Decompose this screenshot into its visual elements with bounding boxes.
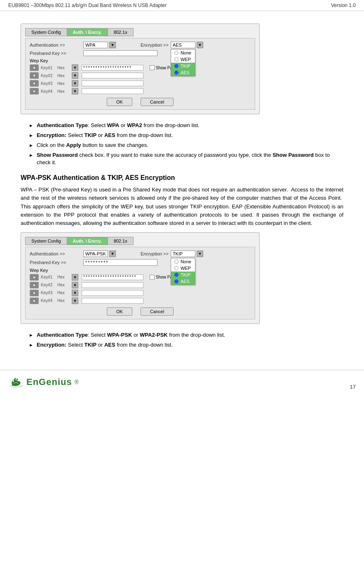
tab-8021x-2[interactable]: 802.1x [108, 237, 134, 245]
key-arrow-4-1[interactable]: ▼ [72, 88, 78, 94]
enc-option-wep-2[interactable]: WEP [171, 265, 195, 272]
key-label-1-2: Key#1 [41, 275, 55, 279]
bullet-text-1-2: Encryption: Select TKIP or AES from the … [37, 132, 173, 139]
bullet-item-1-1: ► Authentication Type: Select WPA or WPA… [29, 122, 343, 130]
key-input-3-2[interactable] [82, 290, 143, 296]
key-row-4-1: ● Key#4 Hex ▼ [30, 88, 251, 94]
enc-option-tkip-2[interactable]: TKIP [171, 272, 195, 278]
auth-dropdown-arrow-2[interactable]: ▼ [109, 250, 116, 257]
enc-dropdown-container-1: AES ▼ None WEP [171, 42, 203, 48]
preshared-input-1[interactable] [83, 50, 157, 56]
show-password-checkbox-1[interactable] [150, 65, 155, 70]
enc-value-1[interactable]: AES [171, 42, 195, 48]
key-radio-4-2[interactable]: ● [30, 298, 39, 304]
tab-system-config-2[interactable]: System Config [25, 237, 67, 245]
enc-label-2: Encryption >> [141, 251, 169, 256]
bullet-text-2-1: Authentication Type: Select WPA-PSK or W… [37, 331, 225, 339]
enc-option-tkip-1[interactable]: TKIP [171, 63, 195, 69]
wep-section-1: Wep Key ● Key#1 Hex ▼ ******************… [30, 58, 251, 94]
key-arrow-3-2[interactable]: ▼ [72, 290, 78, 296]
tab-auth-encry-1[interactable]: Auth. \ Encry. [67, 28, 108, 36]
tab-bar-1: System Config Auth. \ Encry. 802.1x [25, 28, 255, 36]
key-arrow-1-1[interactable]: ▼ [72, 64, 78, 71]
key-label-2-1: Key#2 [41, 73, 55, 78]
key-radio-4-1[interactable]: ● [30, 88, 39, 94]
tab-8021x-1[interactable]: 802.1x [108, 28, 134, 36]
auth-row-1: Authentication >> WPA ▼ Encryption >> AE… [30, 42, 251, 48]
enc-option-tkip-label-2: TKIP [181, 272, 190, 277]
key-input-1-1[interactable]: ******************** [82, 65, 143, 71]
preshared-input-2[interactable]: ********* [83, 259, 157, 266]
enc-label-1: Encryption >> [141, 43, 169, 47]
key-label-4-1: Key#4 [41, 89, 55, 94]
tab-auth-encry-2[interactable]: Auth. \ Encry. [67, 237, 108, 245]
enc-option-aes-1[interactable]: AES [171, 69, 195, 76]
key-format-1-1: Hex [57, 66, 70, 70]
bullet-arrow-2-2: ► [29, 342, 33, 349]
btn-row-1: OK Cancel [30, 98, 251, 106]
ok-button-2[interactable]: OK [107, 307, 132, 316]
key-input-3-1[interactable] [82, 80, 143, 86]
key-format-4-2: Hex [57, 298, 70, 303]
auth-label-1: Authentication >> [30, 43, 83, 47]
auth-label-2: Authentication >> [30, 251, 83, 256]
enc-dropdown-menu-2: None WEP TKIP AES [171, 258, 195, 285]
auth-value-2[interactable]: WPA-PSK [83, 250, 108, 257]
bullet-arrow-1-1: ► [29, 123, 33, 130]
enc-option-tkip-label-1: TKIP [181, 64, 190, 68]
auth-value-1[interactable]: WPA [83, 42, 108, 48]
form-area-2: Authentication >> WPA-PSK ▼ Encryption >… [25, 247, 255, 319]
key-format-2-2: Hex [57, 283, 70, 287]
cancel-button-1[interactable]: Cancel [141, 98, 174, 106]
auth-dropdown-arrow-1[interactable]: ▼ [109, 42, 116, 48]
enc-dropdown-container-2: TKIP ▼ None WEP [171, 250, 203, 257]
radio-wep-2 [174, 266, 178, 270]
key-row-1-2: ● Key#1 Hex ▼ ********************** Sho… [30, 274, 251, 281]
ok-button-1[interactable]: OK [107, 98, 132, 106]
key-arrow-2-1[interactable]: ▼ [72, 72, 78, 79]
key-arrow-4-2[interactable]: ▼ [72, 298, 78, 304]
key-input-2-1[interactable] [82, 73, 143, 78]
key-radio-2-1[interactable]: ● [30, 72, 39, 79]
bullet-arrow-1-2: ► [29, 132, 33, 139]
key-input-4-1[interactable] [82, 88, 143, 94]
enc-option-none-label-1: None [181, 50, 191, 55]
key-arrow-1-2[interactable]: ▼ [72, 274, 78, 281]
key-radio-3-2[interactable]: ● [30, 290, 39, 296]
key-arrow-3-1[interactable]: ▼ [72, 80, 78, 87]
cancel-button-2[interactable]: Cancel [141, 307, 174, 316]
tab-system-config-1[interactable]: System Config [25, 28, 67, 36]
btn-row-2: OK Cancel [30, 307, 251, 316]
key-input-1-2[interactable]: ********************** [82, 274, 143, 280]
enc-option-none-2[interactable]: None [171, 258, 195, 265]
bullet-item-1-3: ► Click on the Apply button to save the … [29, 142, 343, 149]
bullet-item-2-1: ► Authentication Type: Select WPA-PSK or… [29, 331, 343, 339]
enc-option-aes-label-1: AES [181, 70, 190, 75]
key-radio-2-2[interactable]: ● [30, 282, 39, 288]
engenius-logo-icon [8, 374, 24, 390]
key-row-1-1: ● Key#1 Hex ▼ ******************** Show … [30, 64, 251, 71]
enc-dropdown-arrow-2[interactable]: ▼ [197, 250, 203, 257]
key-format-1-2: Hex [57, 275, 70, 279]
enc-option-aes-2[interactable]: AES [171, 278, 195, 285]
show-password-checkbox-2[interactable] [150, 275, 155, 280]
key-input-2-2[interactable] [82, 282, 143, 288]
key-radio-3-1[interactable]: ● [30, 80, 39, 87]
bullet-text-1-3: Click on the Apply button to save the ch… [37, 142, 148, 149]
bullet-list-1: ► Authentication Type: Select WPA or WPA… [29, 122, 343, 167]
enc-value-2[interactable]: TKIP [171, 250, 195, 257]
enc-dropdown-arrow-1[interactable]: ▼ [197, 42, 203, 48]
enc-option-wep-1[interactable]: WEP [171, 56, 195, 63]
key-format-4-1: Hex [57, 89, 70, 94]
auth-select-2: WPA-PSK ▼ [83, 250, 116, 257]
radio-aes-1 [174, 71, 178, 75]
enc-option-none-1[interactable]: None [171, 50, 195, 56]
page-header: EUB9801 –300Mbps 802.11 a/b/g/n Dual Ban… [0, 0, 364, 11]
key-input-4-2[interactable] [82, 298, 143, 304]
key-radio-1-2[interactable]: ● [30, 274, 39, 281]
key-format-3-2: Hex [57, 290, 70, 295]
enc-select-1: AES ▼ [171, 42, 203, 48]
key-arrow-2-2[interactable]: ▼ [72, 282, 78, 288]
key-radio-1-1[interactable]: ● [30, 64, 39, 71]
enc-option-none-label-2: None [181, 259, 191, 264]
